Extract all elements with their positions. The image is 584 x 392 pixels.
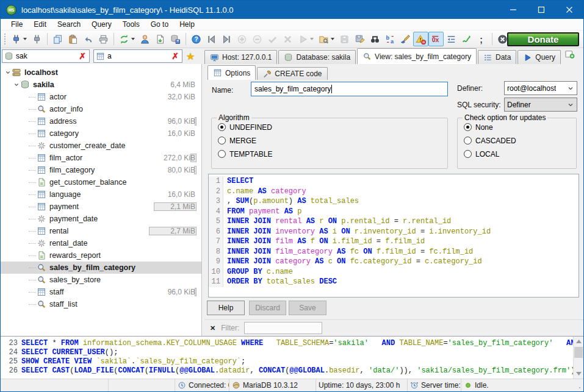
view-name-input[interactable]: sales_by_film_category	[251, 82, 448, 96]
scroll-up-icon[interactable]	[574, 337, 583, 346]
expand-chevron-icon[interactable]	[13, 81, 20, 88]
export-file-button[interactable]	[153, 32, 168, 46]
apply-changes-button[interactable]	[265, 32, 280, 46]
sql-security-combobox[interactable]: Definer	[504, 98, 577, 112]
tree-item-sakila[interactable]: sakila6,4 MiB	[1, 79, 201, 91]
scroll-down-icon[interactable]	[574, 369, 583, 379]
tab-host-127-0-0-1[interactable]: Host: 127.0.0.1	[204, 50, 277, 64]
replace-button[interactable]: ba	[383, 32, 398, 46]
tree-item-film_actor[interactable]: film_actor272,0 KiB	[1, 152, 201, 164]
algorithm-radio-temptable[interactable]: TEMPTABLE	[218, 149, 447, 159]
algorithm-radio-undefined[interactable]: UNDEFINED	[218, 123, 447, 132]
copy-button[interactable]	[50, 32, 65, 46]
dropdown-caret-icon[interactable]	[331, 38, 334, 40]
dropdown-caret-icon[interactable]	[23, 38, 27, 40]
last-record-button[interactable]	[219, 32, 234, 46]
radio-button-icon[interactable]	[464, 137, 472, 144]
menu-go-to[interactable]: Go to	[145, 20, 174, 29]
editor-filter-input[interactable]	[244, 322, 322, 334]
connection-lines-button[interactable]	[459, 32, 474, 46]
scrollbar-thumb[interactable]	[574, 347, 583, 358]
menu-edit[interactable]: Edit	[28, 20, 52, 29]
resize-grip[interactable]	[575, 379, 583, 391]
open-file-button[interactable]	[316, 32, 337, 46]
tree-item-rental_date[interactable]: rental_date	[1, 237, 201, 249]
run-query-button[interactable]	[295, 32, 316, 46]
user-manager-button[interactable]	[137, 32, 153, 46]
tree-item-sales_by_film_category[interactable]: sales_by_film_category	[1, 262, 201, 274]
tree-item-rental[interactable]: rental2,7 MiB	[1, 225, 201, 237]
dropdown-caret-icon[interactable]	[310, 38, 314, 40]
semicolon-button[interactable]: ;	[474, 32, 489, 46]
dropdown-caret-icon[interactable]	[131, 38, 135, 40]
radio-button-icon[interactable]	[464, 123, 472, 131]
save-button[interactable]: Save	[289, 301, 326, 315]
first-record-button[interactable]	[204, 32, 219, 46]
cancel-changes-button[interactable]	[280, 32, 295, 46]
minimize-button[interactable]	[499, 1, 527, 19]
export-database-button[interactable]	[168, 32, 183, 46]
paste-button[interactable]	[65, 32, 81, 46]
print-button[interactable]	[96, 32, 111, 46]
definer-combobox[interactable]: root@localhost	[504, 81, 577, 95]
tree-item-film_category[interactable]: film_category80,0 KiB	[1, 164, 201, 176]
database-filter-input[interactable]: sak ✗	[2, 49, 90, 63]
tab-data[interactable]: Data	[478, 50, 516, 64]
undo-button[interactable]	[81, 32, 96, 46]
check-option-radio-none[interactable]: None	[464, 123, 576, 132]
menu-tools[interactable]: Tools	[117, 20, 145, 29]
menu-file[interactable]: File	[5, 20, 28, 29]
donate-button[interactable]: Donate	[507, 32, 579, 46]
check-option-radio-cascaded[interactable]: CASCADED	[464, 136, 576, 145]
log-scrollbar[interactable]	[573, 337, 583, 379]
radio-button-icon[interactable]	[218, 123, 226, 131]
tree-item-actor[interactable]: actor32,0 KiB	[1, 91, 201, 103]
expand-chevron-icon[interactable]	[4, 69, 12, 76]
disconnect-button[interactable]	[29, 32, 45, 46]
reformat-brush-button[interactable]	[398, 32, 413, 46]
tree-item-customer_create_date[interactable]: customer_create_date	[1, 140, 201, 152]
tree-item-category[interactable]: category16,0 KiB	[1, 127, 201, 140]
save-as-button[interactable]	[352, 32, 367, 46]
tree-item-rewards_report[interactable]: rewards_report	[1, 249, 201, 262]
tree-item-payment[interactable]: payment2,1 MiB	[1, 201, 201, 213]
session-manager-button[interactable]	[9, 32, 29, 46]
tree-item-actor_info[interactable]: actor_info	[1, 103, 201, 115]
algorithm-radio-merge[interactable]: MERGE	[218, 136, 447, 145]
tree-item-language[interactable]: language16,0 KiB	[1, 188, 201, 201]
discard-button[interactable]: Discard	[249, 301, 286, 315]
favorites-star-icon[interactable]: ★	[186, 51, 195, 62]
tree-item-staff_list[interactable]: staff_list	[1, 298, 201, 310]
tab-query[interactable]: Query	[517, 50, 561, 64]
sql-log-panel[interactable]: 23SELECT * FROM information_schema.KEY_C…	[1, 336, 583, 379]
check-option-radio-local[interactable]: LOCAL	[464, 149, 576, 159]
menu-query[interactable]: Query	[86, 20, 117, 29]
tree-item-payment_date[interactable]: payment_date	[1, 213, 201, 225]
help-button[interactable]: Help	[207, 301, 245, 315]
tab-create-code[interactable]: CREATE code	[257, 67, 327, 80]
tab-options[interactable]: Options	[207, 65, 256, 80]
tree-item-get_customer_balance[interactable]: get_customer_balance	[1, 176, 201, 188]
radio-button-icon[interactable]	[464, 150, 472, 158]
close-filter-icon[interactable]: ✕	[210, 324, 215, 332]
tree-item-staff[interactable]: staff96,0 KiB	[1, 286, 201, 298]
radio-button-icon[interactable]	[218, 150, 226, 158]
help-button[interactable]: ?	[189, 32, 204, 46]
hex-view-button[interactable]: 0x	[428, 32, 444, 46]
radio-button-icon[interactable]	[218, 137, 226, 144]
tree-item-sales_by_store[interactable]: sales_by_store	[1, 274, 201, 286]
find-button[interactable]	[367, 32, 383, 46]
tree-item-localhost[interactable]: localhost	[1, 66, 201, 79]
tab-view-sales-by-film-category[interactable]: View: sales_by_film_category	[357, 48, 477, 64]
save-button[interactable]	[337, 32, 352, 46]
menu-help[interactable]: Help	[174, 20, 200, 29]
add-query-tab-button[interactable]	[564, 49, 575, 62]
maximize-button[interactable]	[527, 1, 555, 19]
add-record-button[interactable]	[234, 32, 250, 46]
warnings-button[interactable]	[413, 32, 428, 46]
clear-database-filter-icon[interactable]: ✗	[78, 52, 87, 60]
tab-database-sakila[interactable]: Database: sakila	[278, 50, 356, 64]
table-filter-input[interactable]: a ✗	[93, 49, 182, 63]
remove-record-button[interactable]	[250, 32, 265, 46]
refresh-button[interactable]	[117, 32, 137, 46]
